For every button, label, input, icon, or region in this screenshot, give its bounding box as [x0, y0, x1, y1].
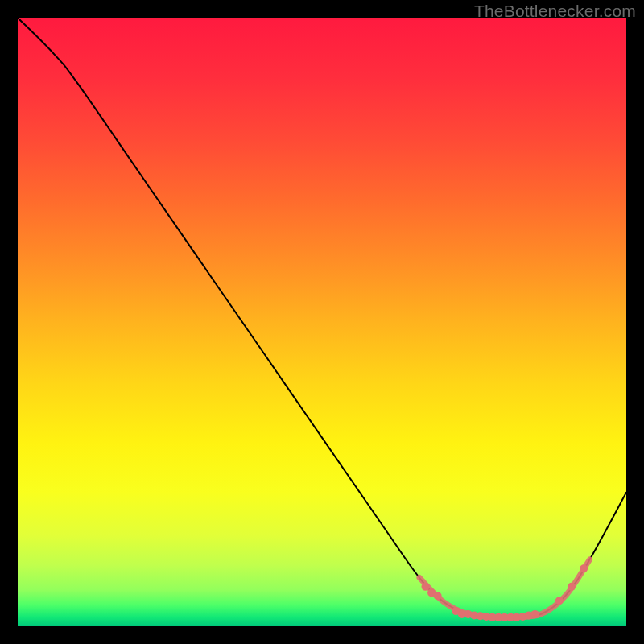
gradient-background: [18, 18, 626, 626]
chart-svg: [18, 18, 626, 626]
scatter-point: [434, 592, 442, 600]
chart-stage: TheBottlenecker.com: [0, 0, 644, 644]
scatter-point: [531, 610, 539, 618]
scatter-point: [555, 597, 564, 605]
chart-plot-area: [18, 18, 626, 626]
scatter-point: [580, 564, 588, 572]
scatter-point: [422, 583, 430, 591]
scatter-point: [568, 583, 576, 591]
watermark-text: TheBottlenecker.com: [474, 2, 636, 21]
